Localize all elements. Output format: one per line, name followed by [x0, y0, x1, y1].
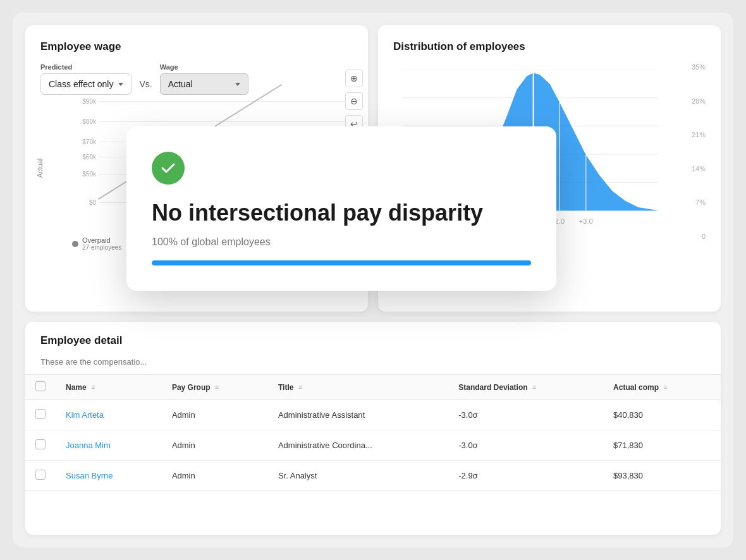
detail-card-title: Employee detail: [40, 334, 706, 347]
row3-checkbox[interactable]: [35, 470, 46, 480]
zoom-in-icon[interactable]: ⊕: [345, 70, 363, 87]
wage-dropdown-chevron: [235, 83, 240, 86]
row3-title: Sr. Analyst: [268, 461, 448, 491]
table-row: Joanna Mim Admin Administrative Coordina…: [25, 430, 721, 461]
row3-std-dev: -2.9σ: [448, 461, 603, 491]
pay-group-filter-icon[interactable]: ≡: [216, 384, 219, 391]
app-container: Employee wage Predicted Class effect onl…: [13, 13, 733, 547]
name-filter-icon[interactable]: ≡: [92, 384, 95, 391]
header-checkbox[interactable]: [35, 381, 46, 391]
wage-controls: Predicted Class effect only Vs. Wage Act…: [40, 63, 353, 95]
th-checkbox: [25, 375, 56, 400]
row1-actual-comp: $40,830: [603, 400, 721, 430]
modal-progress-bar-bg: [152, 260, 531, 265]
table-row: Susan Byrne Admin Sr. Analyst -2.9σ $93,…: [25, 461, 721, 491]
modal-title: No intersectional pay disparity: [152, 200, 531, 226]
employee-table: Name ≡ Pay Group ≡ Title ≡: [25, 374, 721, 491]
legend-overpaid: Overpaid 27 employees: [72, 236, 121, 251]
wage-control-group: Wage Actual: [160, 63, 248, 95]
x-label-3: +3.0: [578, 217, 593, 225]
row1-std-dev: -3.0σ: [448, 400, 603, 430]
legend-sub-overpaid: 27 employees: [82, 244, 121, 251]
predicted-dropdown-chevron: [118, 83, 123, 86]
wage-label: Wage: [160, 63, 248, 71]
row1-checkbox[interactable]: [35, 409, 46, 419]
th-pay-group: Pay Group ≡: [162, 375, 268, 400]
row3-pay-group: Admin: [162, 461, 268, 491]
row2-name[interactable]: Joanna Mim: [56, 430, 162, 461]
title-filter-icon[interactable]: ≡: [298, 384, 302, 391]
th-title: Title ≡: [268, 375, 448, 400]
detail-header: Employee detail These are the compensati…: [25, 322, 721, 374]
row2-checkbox-cell: [25, 430, 56, 461]
th-title-label: Title: [278, 383, 293, 392]
actual-comp-filter-icon[interactable]: ≡: [664, 384, 668, 391]
distribution-y-labels: 35% 28% 21% 14% 7% 0: [692, 63, 706, 240]
employee-detail-card: Employee detail These are the compensati…: [25, 322, 721, 535]
th-actual-comp-label: Actual comp: [613, 383, 659, 392]
row2-std-dev: -3.0σ: [448, 430, 603, 461]
table-body: Kim Arteta Admin Administrative Assistan…: [25, 400, 721, 491]
table-row: Kim Arteta Admin Administrative Assistan…: [25, 400, 721, 430]
th-std-dev: Standard Deviation ≡: [448, 375, 603, 400]
table-header-row: Name ≡ Pay Group ≡ Title ≡: [25, 375, 721, 400]
row1-pay-group: Admin: [162, 400, 268, 430]
predicted-control-group: Predicted Class effect only: [40, 63, 131, 95]
row3-actual-comp: $93,830: [603, 461, 721, 491]
dist-y-14: 14%: [692, 165, 706, 173]
distribution-card-title: Distribution of employees: [393, 40, 706, 53]
std-dev-filter-icon[interactable]: ≡: [533, 384, 537, 391]
zoom-out-icon[interactable]: ⊖: [345, 92, 363, 110]
success-check-icon: [152, 152, 185, 185]
row2-actual-comp: $71,830: [603, 430, 721, 461]
row2-checkbox[interactable]: [35, 439, 46, 449]
row3-checkbox-cell: [25, 461, 56, 491]
row3-name[interactable]: Susan Byrne: [56, 461, 162, 491]
row1-name[interactable]: Kim Arteta: [56, 400, 162, 430]
success-modal[interactable]: No intersectional pay disparity 100% of …: [126, 126, 556, 291]
predicted-label: Predicted: [40, 63, 131, 71]
dist-y-0: 0: [702, 233, 706, 240]
legend-dot-overpaid: [72, 241, 78, 247]
th-actual-comp: Actual comp ≡: [603, 375, 721, 400]
wage-y-axis-label: Actual: [36, 159, 44, 178]
row1-checkbox-cell: [25, 400, 56, 430]
y-tick-90k: $90k: [72, 98, 353, 105]
dist-y-35: 35%: [692, 63, 706, 71]
th-std-dev-label: Standard Deviation: [458, 383, 527, 392]
predicted-dropdown[interactable]: Class effect only: [40, 73, 131, 95]
dist-y-7: 7%: [695, 198, 706, 206]
row1-title: Administrative Assistant: [268, 400, 448, 430]
row2-title: Administrative Coordina...: [268, 430, 448, 461]
wage-card-title: Employee wage: [40, 40, 353, 53]
th-name-label: Name: [66, 383, 87, 392]
row2-pay-group: Admin: [162, 430, 268, 461]
checkmark-svg: [159, 159, 177, 177]
dist-y-28: 28%: [692, 97, 706, 105]
modal-subtitle: 100% of global employees: [152, 236, 531, 248]
dist-y-21: 21%: [692, 131, 706, 138]
wage-dropdown[interactable]: Actual: [160, 73, 248, 95]
th-pay-group-label: Pay Group: [172, 383, 211, 392]
wage-zoom-icons: ⊕ ⊖ ↩: [345, 70, 363, 133]
vs-label: Vs.: [139, 79, 152, 89]
wage-dropdown-value: Actual: [168, 79, 193, 89]
modal-progress-bar-fill: [152, 260, 531, 265]
legend-label-overpaid: Overpaid: [82, 236, 121, 244]
predicted-dropdown-value: Class effect only: [49, 79, 113, 89]
table-header: Name ≡ Pay Group ≡ Title ≡: [25, 375, 721, 400]
th-name: Name ≡: [56, 375, 162, 400]
detail-subtitle: These are the compensatio...: [40, 357, 706, 367]
